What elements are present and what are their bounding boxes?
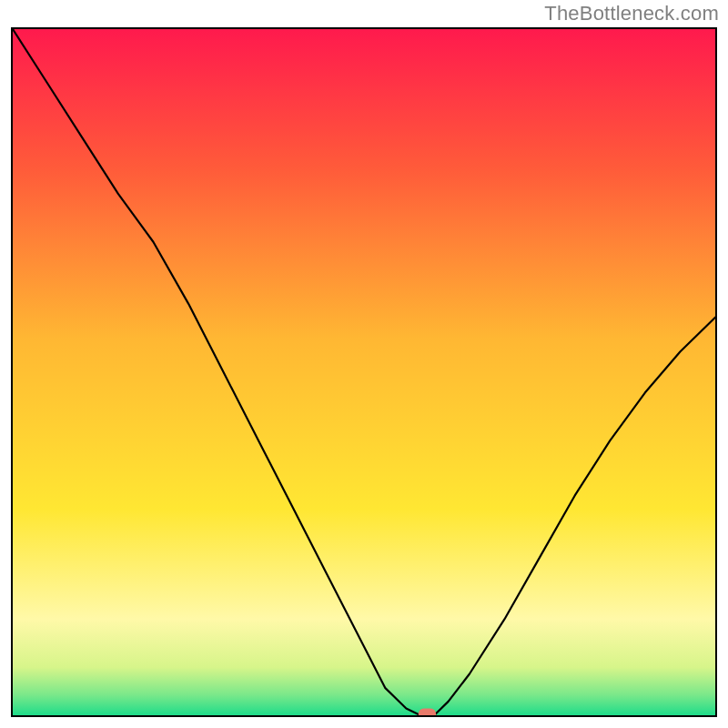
gradient-background — [13, 29, 715, 715]
chart-frame — [11, 27, 717, 717]
watermark-text: TheBottleneck.com — [544, 2, 719, 25]
optimal-marker — [419, 708, 436, 715]
bottleneck-chart — [13, 29, 715, 715]
